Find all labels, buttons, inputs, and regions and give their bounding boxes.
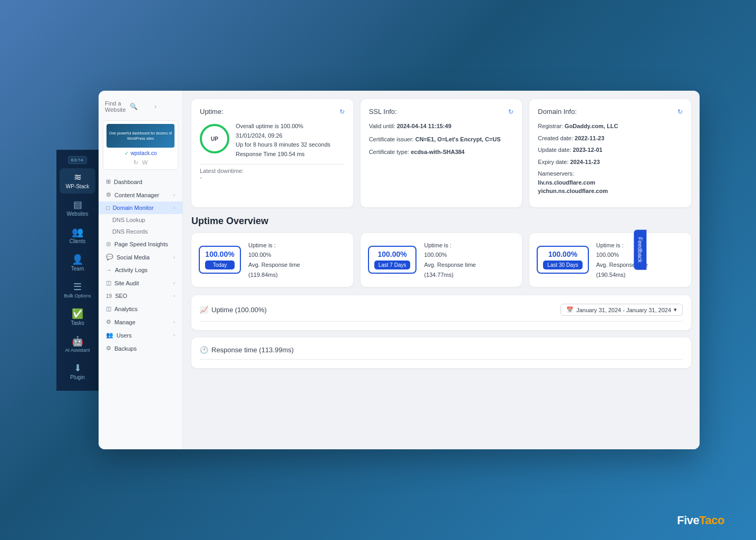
nav-item-websites[interactable]: ▤ Websites [60,196,95,221]
refresh-icon[interactable]: ↻ [133,159,138,166]
uptime-body: UP Overall uptime is 100.00% 31/01/2024,… [200,122,345,159]
domain-expiry: Expiry date: 2024-11-23 [538,158,683,167]
domain-refresh-icon[interactable]: ↻ [677,108,683,115]
ssl-info-card: SSL Info: ↻ Valid until: 2024-04-14 11:1… [361,99,522,207]
uptime-overview-title: Uptime Overview [191,216,691,227]
sidebar-label: Page Speed Insights [114,241,168,247]
wordpress-icon[interactable]: W [142,159,148,166]
nav-item-ai-assistant[interactable]: 🤖 AI Assistant [60,332,95,357]
last7-uptime-label: Uptime is : [424,240,476,250]
sidebar-item-activity-logs[interactable]: → Activity Logs [99,264,182,276]
nav-item-team[interactable]: 👤 Team [60,250,95,276]
sidebar-label: Content Manager [114,192,159,198]
nav-item-label: Clients [70,238,86,244]
sidebar-item-seo[interactable]: 19 SEO › [99,290,182,302]
website-name: ✓ wpstack.co [106,150,175,156]
backups-icon: ⚙ [106,345,111,352]
uptime-card-title: Uptime: ↻ [200,108,345,115]
nav-item-label: Team [71,266,84,272]
bulk-options-icon: ☰ [73,282,82,292]
info-cards-row: Uptime: ↻ UP Overall uptime is 100.00% 3… [191,99,691,207]
nav-item-plugin[interactable]: ⬇ Plugin [60,359,95,384]
sidebar-search-bar[interactable]: Find a Website 🔍 › [99,97,182,116]
chevron-icon: › [173,320,175,325]
today-pct: 100.00% [205,250,235,258]
sidebar: Find a Website 🔍 › One powerful dashboar… [99,91,183,449]
sidebar-item-backups[interactable]: ⚙ Backups [99,342,182,355]
last7-stats: Uptime is : 100.00% Avg. Response time (… [424,240,476,280]
dashboard-icon: ⊞ [106,178,111,185]
brand-footer: FiveTaco [677,514,724,527]
sidebar-item-dashboard[interactable]: ⊞ Dashboard [99,175,182,188]
website-card[interactable]: One powerful dashboard for dozens of Wor… [103,120,178,170]
last7-avg-label: Avg. Response time [424,260,476,270]
plugin-icon: ⬇ [74,363,82,373]
nav-item-wp-stack[interactable]: ≋ WP-Stack [60,168,95,194]
wp-stack-icon: ≋ [74,172,82,182]
seo-icon: 19 [106,293,112,299]
website-actions: ↻ W [106,159,175,166]
domain-card-title: Domain Info: ↻ [538,108,683,115]
sidebar-item-users[interactable]: 👥 Users › [99,329,182,342]
latest-downtime: Latest downtime: - [200,168,345,180]
sidebar-label: Users [117,332,132,339]
sidebar-label: Dashboard [114,179,142,185]
sidebar-item-domain-monitor[interactable]: □ Domain Monitor › [99,201,182,214]
tasks-icon: ✅ [72,309,83,319]
chart-trend-icon: 📈 [200,306,208,314]
nav-item-label: WP-Stack [66,184,89,189]
feedback-tab[interactable]: Feedback [634,230,646,270]
uptime-info-card: Uptime: ↻ UP Overall uptime is 100.00% 3… [191,99,353,207]
uptime-overview-cards: 100.00% Today Uptime is : 100.00% Avg. R… [191,233,691,287]
page-speed-icon: ◎ [106,240,111,247]
uptime-refresh-icon[interactable]: ↻ [340,108,345,115]
chevron-icon: › [173,192,175,198]
website-preview: One powerful dashboard for dozens of Wor… [106,124,175,148]
sidebar-item-dns-records[interactable]: DNS Records [99,226,182,237]
uptime-chart-card: 📈 Uptime (100.00%) 📅 January 31, 2024 - … [191,295,691,330]
collapse-icon[interactable]: › [154,103,176,110]
content-manager-icon: ⚙ [106,191,111,198]
beta-badge: BETA [68,156,87,164]
domain-nameservers: Nameservers: liv.ns.cloudflare.com yichu… [538,169,683,196]
calendar-icon: 📅 [566,306,574,313]
sidebar-item-page-speed[interactable]: ◎ Page Speed Insights [99,237,182,250]
clients-icon: 👥 [72,227,83,237]
uptime-duration: Up for 8 hours 8 minutes 32 seconds [236,140,331,150]
sidebar-item-site-audit[interactable]: ◫ Site Audit › [99,276,182,290]
sidebar-item-manage[interactable]: ⚙ Manage › [99,315,182,329]
response-time: Response Time 190.54 ms [236,150,331,159]
sidebar-item-content-manager[interactable]: ⚙ Content Manager › [99,188,182,201]
nav-item-tasks[interactable]: ✅ Tasks [60,305,95,330]
ssl-refresh-icon[interactable]: ↻ [508,108,513,115]
last30-avg-val: (190.54ms) [596,270,648,280]
sidebar-label: DNS Records [112,228,148,235]
sidebar-label: Social Media [117,254,150,261]
sidebar-item-social-media[interactable]: 💬 Social Media › [99,250,182,264]
activity-logs-icon: → [106,267,112,273]
main-content: Uptime: ↻ UP Overall uptime is 100.00% 3… [183,91,700,449]
last7-pct: 100.00% [374,250,411,258]
nav-item-bulk-options[interactable]: ☰ Bulk Options [60,278,95,303]
ssl-type: Certificate type: ecdsa-with-SHA384 [369,148,514,157]
sidebar-label: Backups [114,345,137,352]
sidebar-item-analytics[interactable]: ◫ Analytics [99,302,182,315]
uptime-details: Overall uptime is 100.00% 31/01/2024, 09… [236,122,331,159]
sidebar-label: Domain Monitor [113,205,154,211]
left-navigation: BETA ≋ WP-Stack ▤ Websites 👥 Clients 👤 T… [56,150,99,391]
last7-period-btn[interactable]: Last 7 Days [374,261,411,269]
last30-period-btn[interactable]: Last 30 Days [543,261,582,269]
uptime-card-last7: 100.00% Last 7 Days Uptime is : 100.00% … [361,233,522,287]
last30-pct: 100.00% [543,250,582,258]
nav-item-clients[interactable]: 👥 Clients [60,223,95,248]
domain-updated: Update date: 2023-12-01 [538,146,683,155]
today-uptime-label: Uptime is : [248,240,300,250]
search-icon: 🔍 [130,103,151,110]
today-period-btn[interactable]: Today [205,261,235,269]
today-badge-box: 100.00% Today [199,246,241,274]
nav-item-label: AI Assistant [65,348,90,353]
domain-registrar: Registrar: GoDaddy.com, LLC [538,122,683,131]
uptime-date-picker[interactable]: 📅 January 31, 2024 - January 31, 2024 ▾ [560,304,683,316]
sidebar-item-dns-lookup[interactable]: DNS Lookup [99,214,182,226]
ai-icon: 🤖 [72,336,83,346]
